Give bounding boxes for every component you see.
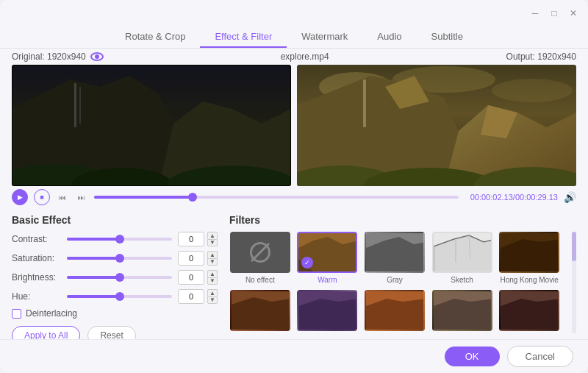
saturation-row: Saturation: 0 ▲ ▼ <box>12 251 218 266</box>
filter-r2-5[interactable] <box>498 290 560 333</box>
svg-rect-43 <box>298 291 357 331</box>
svg-rect-52 <box>501 291 559 331</box>
apply-to-all-button[interactable]: Apply to All <box>12 326 80 339</box>
deinterlacing-label: Deinterlacing <box>26 308 77 319</box>
output-label: Output: 1920x940 <box>506 51 576 62</box>
filter-hkm[interactable]: Hong Kong Movie <box>498 232 560 284</box>
brightness-down[interactable]: ▼ <box>207 277 218 285</box>
hue-label: Hue: <box>12 291 67 302</box>
cancel-button[interactable]: Cancel <box>507 346 573 367</box>
hue-down[interactable]: ▼ <box>207 296 218 304</box>
filter-label-sketch: Sketch <box>451 276 473 284</box>
contrast-stepper: ▲ ▼ <box>207 232 218 246</box>
filters-scrollbar-thumb[interactable] <box>572 232 576 261</box>
no-effect-line <box>251 243 270 262</box>
tab-rotate-crop[interactable]: Rotate & Crop <box>110 26 200 48</box>
filter-r2-3[interactable] <box>364 290 426 333</box>
hue-up[interactable]: ▲ <box>207 289 218 296</box>
contrast-label: Contrast: <box>12 234 67 244</box>
filter-thumb-sketch <box>432 232 492 273</box>
filter-label-no-effect: No effect <box>245 276 275 284</box>
close-button[interactable]: ✕ <box>567 7 579 19</box>
filter-thumb-r2-2 <box>297 290 357 331</box>
filter-r2-2[interactable] <box>297 290 359 333</box>
controls-row: ▶ ■ ⏮ ⏭ 00:00:02.13/00:00:29.13 🔊 <box>0 186 588 208</box>
title-bar: ─ □ ✕ <box>0 0 588 26</box>
hue-input[interactable]: 0 <box>178 289 204 304</box>
minimize-button[interactable]: ─ <box>529 7 541 19</box>
saturation-input[interactable]: 0 <box>178 251 204 266</box>
timeline-fill <box>94 196 193 199</box>
deinterlacing-checkbox[interactable] <box>12 309 21 319</box>
svg-rect-49 <box>434 291 492 331</box>
saturation-down[interactable]: ▼ <box>207 258 218 266</box>
ok-button[interactable]: OK <box>445 347 500 366</box>
filter-thumb-r2-4 <box>432 290 492 331</box>
filter-warm[interactable]: ✓ Warm <box>297 232 359 284</box>
contrast-row: Contrast: 0 ▲ ▼ <box>12 232 218 246</box>
saturation-stepper: ▲ ▼ <box>207 251 218 266</box>
filter-thumb-hkm <box>499 232 559 273</box>
bottom-bar: OK Cancel <box>0 339 588 373</box>
hue-stepper: ▲ ▼ <box>207 289 218 304</box>
filter-thumb-warm: ✓ <box>297 232 357 273</box>
timeline-track[interactable] <box>94 196 459 199</box>
svg-rect-46 <box>366 291 425 331</box>
tab-audio[interactable]: Audio <box>362 26 416 48</box>
original-video-pane <box>12 65 291 186</box>
filters-scrollbar-track[interactable] <box>572 232 576 333</box>
filter-thumb-r2-1 <box>230 290 290 331</box>
contrast-input[interactable]: 0 <box>178 232 204 246</box>
basic-effect-title: Basic Effect <box>12 214 218 226</box>
filename-label: explore.mp4 <box>281 51 329 62</box>
contrast-up[interactable]: ▲ <box>207 232 218 239</box>
brightness-slider[interactable] <box>67 276 172 279</box>
main-window: ─ □ ✕ Rotate & Crop Effect & Filter Wate… <box>0 0 588 373</box>
contrast-down[interactable]: ▼ <box>207 239 218 246</box>
svg-rect-40 <box>232 291 290 331</box>
brightness-row: Brightness: 0 ▲ ▼ <box>12 270 218 285</box>
hue-row: Hue: 0 ▲ ▼ <box>12 289 218 304</box>
time-display: 00:00:02.13/00:00:29.13 <box>470 193 558 202</box>
tab-subtitle[interactable]: Subtitle <box>417 26 478 48</box>
eye-icon[interactable] <box>90 52 104 61</box>
play-button[interactable]: ▶ <box>12 189 28 205</box>
brightness-input[interactable]: 0 <box>178 270 204 285</box>
saturation-label: Saturation: <box>12 253 67 263</box>
tab-watermark[interactable]: Watermark <box>287 26 362 48</box>
deinterlace-row: Deinterlacing <box>12 308 218 319</box>
output-video-pane <box>297 65 576 186</box>
tab-effect-filter[interactable]: Effect & Filter <box>200 26 287 48</box>
volume-icon[interactable]: 🔊 <box>564 191 576 203</box>
svg-rect-37 <box>501 233 559 273</box>
stop-button[interactable]: ■ <box>34 189 50 205</box>
filter-r2-1[interactable] <box>229 290 291 333</box>
filter-thumb-r2-5 <box>499 290 559 331</box>
filter-sketch[interactable]: Sketch <box>431 232 493 284</box>
no-effect-circle <box>250 242 270 263</box>
filter-r2-4[interactable] <box>431 290 493 333</box>
effect-buttons: Apply to All Reset <box>12 326 218 339</box>
filter-no-effect[interactable]: No effect <box>229 232 291 284</box>
timeline-thumb[interactable] <box>188 193 197 202</box>
saturation-slider[interactable] <box>67 257 172 260</box>
filter-label-warm: Warm <box>318 276 337 284</box>
prev-frame-button[interactable]: ⏮ <box>56 191 69 204</box>
maximize-button[interactable]: □ <box>548 7 560 19</box>
filter-thumb-gray <box>365 232 425 273</box>
saturation-up[interactable]: ▲ <box>207 251 218 258</box>
reset-button[interactable]: Reset <box>87 326 135 339</box>
main-content: Basic Effect Contrast: 0 ▲ ▼ Saturation: <box>0 208 588 339</box>
filters-wrapper: No effect ✓ Warm <box>229 232 576 333</box>
brightness-up[interactable]: ▲ <box>207 270 218 277</box>
filters-grid: No effect ✓ Warm <box>229 232 566 333</box>
right-panel: Filters No effect <box>229 214 576 333</box>
filter-gray[interactable]: Gray <box>364 232 426 284</box>
hue-slider[interactable] <box>67 295 172 298</box>
window-controls: ─ □ ✕ <box>529 7 579 19</box>
next-frame-button[interactable]: ⏭ <box>75 191 88 204</box>
brightness-stepper: ▲ ▼ <box>207 270 218 285</box>
contrast-slider[interactable] <box>67 238 172 241</box>
brightness-label: Brightness: <box>12 272 67 283</box>
nav-tabs: Rotate & Crop Effect & Filter Watermark … <box>0 26 588 49</box>
